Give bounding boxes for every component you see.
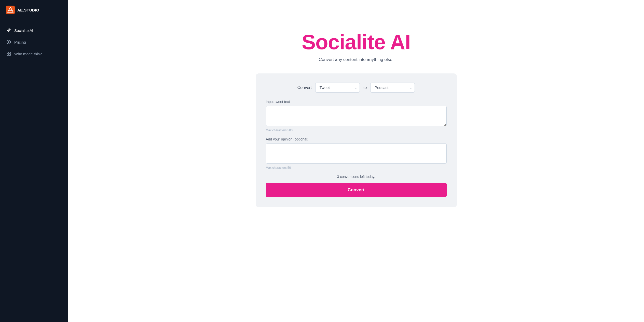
logo-text: AE.STUDIO xyxy=(17,8,39,12)
opinion-textarea[interactable] xyxy=(266,143,447,164)
input-tweet-hint: Max characters 500 xyxy=(266,128,447,132)
page-title: Socialite AI xyxy=(302,31,410,54)
grid-icon xyxy=(6,51,11,56)
sidebar-item-who-made-this[interactable]: Who made this? xyxy=(0,48,68,59)
to-select-wrapper: Podcast Tweet Blog Post LinkedIn Post Em… xyxy=(370,83,415,93)
input-tweet-textarea[interactable] xyxy=(266,106,447,126)
main-content: Socialite AI Convert any content into an… xyxy=(68,15,644,322)
ae-studio-logo-icon xyxy=(6,6,15,14)
svg-rect-7 xyxy=(9,54,10,56)
dollar-circle-icon xyxy=(6,40,11,45)
convert-label: Convert xyxy=(297,85,312,90)
svg-rect-5 xyxy=(9,52,10,54)
svg-rect-6 xyxy=(7,54,8,56)
main-content-area: Socialite AI Convert any content into an… xyxy=(68,0,644,322)
sidebar-item-label: Who made this? xyxy=(14,52,42,56)
sidebar-item-socialite-ai[interactable]: Socialite AI xyxy=(0,25,68,36)
sidebar: AE.STUDIO Socialite AI Pricing xyxy=(0,0,68,322)
from-select[interactable]: Tweet Blog Post LinkedIn Post Email Summ… xyxy=(315,83,360,93)
to-label: to xyxy=(363,85,367,90)
sidebar-item-label: Socialite AI xyxy=(14,28,33,33)
opinion-hint: Max characters 50 xyxy=(266,166,447,170)
convert-button[interactable]: Convert xyxy=(266,183,447,197)
to-select[interactable]: Podcast Tweet Blog Post LinkedIn Post Em… xyxy=(370,83,415,93)
from-select-wrapper: Tweet Blog Post LinkedIn Post Email Summ… xyxy=(315,83,360,93)
conversion-card: Convert Tweet Blog Post LinkedIn Post Em… xyxy=(256,73,457,207)
main-header xyxy=(68,0,644,15)
svg-rect-4 xyxy=(7,52,8,54)
input-tweet-label: Input tweet text xyxy=(266,100,447,104)
input-tweet-group: Input tweet text Max characters 500 xyxy=(266,100,447,132)
sidebar-navigation: Socialite AI Pricing Who mad xyxy=(0,20,68,64)
sidebar-item-pricing[interactable]: Pricing xyxy=(0,36,68,48)
sidebar-item-label: Pricing xyxy=(14,40,26,44)
opinion-group: Add your opinion (optional) Max characte… xyxy=(266,137,447,170)
lightning-icon xyxy=(6,28,11,33)
sidebar-logo: AE.STUDIO xyxy=(0,0,68,20)
convert-row: Convert Tweet Blog Post LinkedIn Post Em… xyxy=(266,83,447,93)
page-subtitle: Convert any content into anything else. xyxy=(319,57,394,62)
opinion-label: Add your opinion (optional) xyxy=(266,137,447,141)
conversions-left: 3 conversions left today. xyxy=(266,175,447,179)
